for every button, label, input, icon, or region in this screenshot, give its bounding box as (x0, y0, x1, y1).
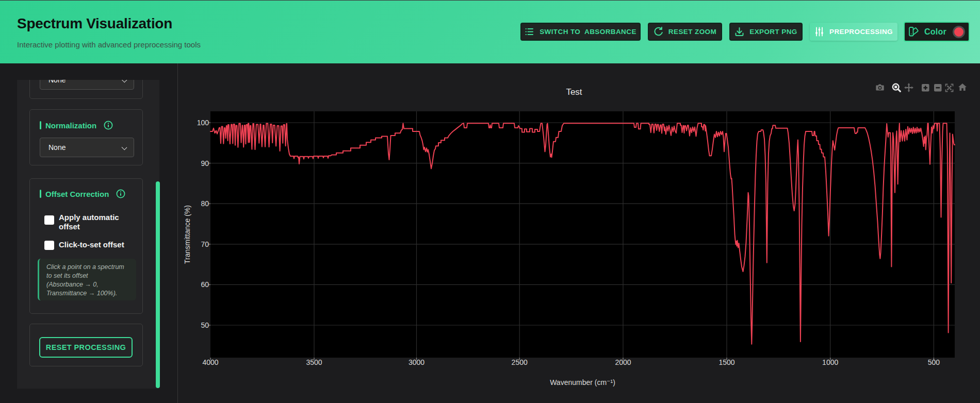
svg-text:4000: 4000 (202, 358, 218, 366)
svg-text:Wavenumber (cm⁻¹): Wavenumber (cm⁻¹) (550, 378, 615, 387)
svg-text:3000: 3000 (409, 358, 424, 366)
svg-text:3500: 3500 (306, 358, 322, 366)
svg-text:Test: Test (566, 87, 582, 97)
svg-text:80: 80 (201, 199, 209, 208)
svg-text:2000: 2000 (615, 358, 631, 366)
svg-text:1500: 1500 (718, 358, 734, 366)
svg-text:1000: 1000 (822, 358, 838, 366)
svg-text:500: 500 (928, 358, 940, 366)
svg-text:50: 50 (201, 321, 209, 329)
svg-text:60: 60 (201, 280, 209, 289)
svg-text:100: 100 (197, 119, 209, 127)
svg-text:2500: 2500 (512, 358, 528, 366)
svg-text:70: 70 (201, 240, 209, 248)
svg-text:Transmittance (%): Transmittance (%) (183, 205, 191, 264)
svg-text:90: 90 (201, 159, 209, 167)
